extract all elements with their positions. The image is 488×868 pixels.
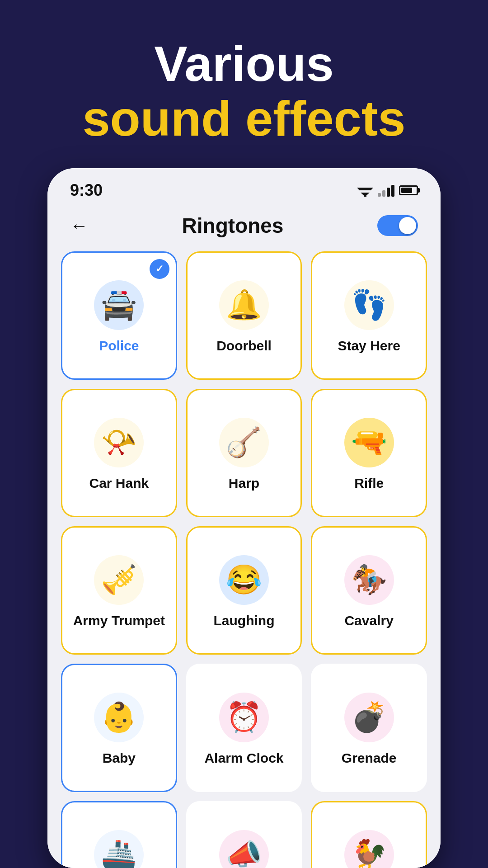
status-icons: [357, 184, 418, 197]
laughing-icon: 😂: [219, 555, 269, 605]
cavalry-label: Cavalry: [344, 613, 393, 628]
toggle-knob: [399, 217, 416, 234]
harp-label: Harp: [229, 476, 259, 491]
signal-icon: [378, 184, 394, 197]
sound-card-army-trumpet[interactable]: 🎺Army Trumpet: [61, 526, 177, 655]
cruise-ship-icon: 🚢: [94, 830, 144, 868]
stay-here-icon: 👣: [344, 280, 394, 330]
doorbell-label: Doorbell: [216, 338, 272, 354]
rifle-label: Rifle: [354, 476, 384, 491]
sound-card-hocky-hom[interactable]: 📣Hocky Hom: [186, 801, 302, 868]
sound-card-car-hank[interactable]: 📯Car Hank: [61, 389, 177, 517]
police-label: Police: [99, 338, 139, 354]
sound-card-alarm-clock[interactable]: ⏰Alarm Clock: [186, 664, 302, 792]
car-hank-icon: 📯: [94, 418, 144, 467]
army-trumpet-icon: 🎺: [94, 555, 144, 605]
sound-card-rooster[interactable]: 🐓Rooster: [311, 801, 427, 868]
harp-icon: 🪕: [219, 418, 269, 467]
selected-check: [150, 259, 169, 279]
sounds-grid: 🚔Police🔔Doorbell👣Stay Here📯Car Hank🪕Harp…: [47, 247, 441, 868]
sound-card-doorbell[interactable]: 🔔Doorbell: [186, 251, 302, 380]
sound-card-harp[interactable]: 🪕Harp: [186, 389, 302, 517]
stay-here-label: Stay Here: [338, 338, 400, 354]
status-time: 9:30: [70, 181, 103, 200]
header-line2: sound effects: [82, 91, 405, 146]
baby-label: Baby: [103, 750, 136, 766]
alarm-clock-label: Alarm Clock: [204, 750, 283, 766]
sound-card-rifle[interactable]: 🔫Rifle: [311, 389, 427, 517]
rifle-icon: 🔫: [344, 418, 394, 467]
header-section: Various sound effects: [82, 0, 405, 168]
police-icon: 🚔: [94, 280, 144, 330]
laughing-label: Laughing: [214, 613, 275, 628]
cavalry-icon: 🏇: [344, 555, 394, 605]
sound-card-grenade[interactable]: 💣Grenade: [311, 664, 427, 792]
sound-card-cruise-ship[interactable]: 🚢Cruise Ship: [61, 801, 177, 868]
rooster-icon: 🐓: [344, 830, 394, 868]
hocky-hom-icon: 📣: [219, 830, 269, 868]
phone-frame: 9:30 ← Ringtones 🚔Police�: [47, 168, 441, 868]
page-title: Ringtones: [182, 213, 284, 238]
back-button[interactable]: ←: [70, 216, 88, 236]
sound-card-cavalry[interactable]: 🏇Cavalry: [311, 526, 427, 655]
army-trumpet-label: Army Trumpet: [73, 613, 165, 628]
sound-card-baby[interactable]: 👶Baby: [61, 664, 177, 792]
battery-icon: [399, 185, 418, 195]
baby-icon: 👶: [94, 693, 144, 742]
sound-card-stay-here[interactable]: 👣Stay Here: [311, 251, 427, 380]
top-bar: ← Ringtones: [47, 204, 441, 247]
car-hank-label: Car Hank: [89, 476, 149, 491]
doorbell-icon: 🔔: [219, 280, 269, 330]
ringtone-toggle[interactable]: [377, 215, 418, 236]
wifi-icon: [357, 184, 373, 197]
status-bar: 9:30: [47, 168, 441, 204]
sound-card-police[interactable]: 🚔Police: [61, 251, 177, 380]
grenade-icon: 💣: [344, 693, 394, 742]
header-line1: Various: [82, 36, 405, 91]
sound-card-laughing[interactable]: 😂Laughing: [186, 526, 302, 655]
alarm-clock-icon: ⏰: [219, 693, 269, 742]
grenade-label: Grenade: [342, 750, 397, 766]
